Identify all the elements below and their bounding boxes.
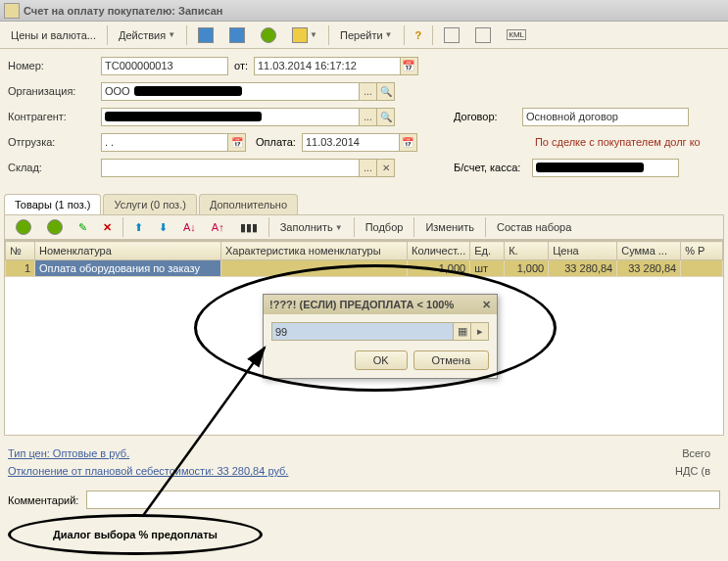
table-row[interactable]: 1 Оплата оборудования по заказу 1,000 шт… [6, 260, 723, 277]
cell-pct [681, 260, 723, 277]
move-down-button[interactable]: ⬇ [152, 218, 174, 237]
prepayment-value-field[interactable] [271, 322, 454, 341]
org-label: Организация: [8, 85, 101, 97]
contract-label: Договор: [454, 111, 522, 122]
move-up-button[interactable]: ⬆ [127, 218, 150, 237]
toolbar-icon-7[interactable]: КМL [500, 26, 533, 43]
date-calendar-button[interactable]: 📅 [401, 57, 418, 75]
copy-icon [229, 27, 245, 43]
actions-button[interactable]: Действия▼ [112, 26, 182, 44]
edit-row-button[interactable]: ✎ [72, 218, 94, 237]
tab-toolbar: ✎ ✕ ⬆ ⬇ A↓ A↑ ▮▮▮ Заполнить▼ Подбор Изме… [4, 214, 724, 240]
shipment-label: Отгрузка: [8, 136, 101, 148]
contractor-select-button[interactable]: ... [360, 108, 377, 126]
up-icon: ⬆ [134, 221, 143, 234]
spinner-icon: ▸ [477, 325, 483, 338]
deviation-link[interactable]: Отклонение от плановой себестоимости: 33… [8, 465, 288, 477]
form-area: Номер: от: 📅 Организация: ООО ... 🔍 Конт… [0, 49, 728, 188]
col-k[interactable]: К. [505, 242, 549, 260]
struct-icon [444, 27, 460, 43]
prices-currency-button[interactable]: Цены и валюта... [4, 26, 103, 44]
warehouse-label: Склад: [8, 162, 101, 173]
help-button[interactable]: ? [409, 26, 429, 44]
col-n[interactable]: № [6, 242, 35, 260]
toolbar-icon-4[interactable]: ▼ [285, 24, 324, 46]
go-button[interactable]: Перейти▼ [333, 26, 400, 44]
add-row-button[interactable] [9, 216, 38, 238]
delete-icon: ✕ [103, 221, 112, 234]
change-button[interactable]: Изменить [418, 218, 481, 236]
cell-char [221, 260, 408, 277]
org-select-button[interactable]: ... [360, 82, 377, 101]
contractor-open-button[interactable]: 🔍 [377, 108, 395, 126]
cancel-button[interactable]: Отмена [413, 351, 489, 370]
dialog-close-button[interactable]: ✕ [482, 295, 491, 314]
payment-field[interactable] [302, 133, 400, 152]
contractor-field[interactable] [101, 108, 360, 126]
warehouse-clear-button[interactable]: ✕ [377, 159, 395, 177]
add-icon [16, 219, 31, 235]
debt-note: По сделке с покупателем долг ко [535, 136, 701, 148]
col-qty[interactable]: Количест... [408, 242, 470, 260]
col-price[interactable]: Цена [549, 242, 617, 260]
calendar-icon: 📅 [402, 60, 415, 72]
cell-n: 1 [6, 260, 35, 277]
date-field[interactable] [254, 57, 401, 75]
select-button[interactable]: Подбор [359, 218, 411, 236]
sort-desc-button[interactable]: A↑ [205, 218, 231, 236]
col-unit[interactable]: Ед. [470, 242, 505, 260]
copy-row-button[interactable] [40, 216, 70, 238]
tab-goods[interactable]: Товары (1 поз.) [4, 194, 101, 214]
post-icon [261, 27, 276, 43]
cell-sum: 33 280,84 [617, 260, 681, 277]
grid-header-row: № Номенклатура Характеристика номенклату… [6, 242, 723, 260]
composition-button[interactable]: Состав набора [490, 218, 578, 236]
dialog-titlebar: !???! (ЕСЛИ) ПРЕДОПЛАТА < 100% ✕ [264, 295, 497, 314]
warehouse-select-button[interactable]: ... [360, 159, 377, 177]
payment-label: Оплата: [256, 136, 296, 148]
barcode-button[interactable]: ▮▮▮ [233, 218, 265, 237]
number-label: Номер: [8, 60, 101, 71]
col-pct[interactable]: % Р [681, 242, 723, 260]
fill-button[interactable]: Заполнить▼ [273, 218, 350, 236]
total-label: Всего [682, 447, 710, 459]
sort-asc-button[interactable]: A↓ [176, 218, 203, 236]
col-char[interactable]: Характеристика номенклатуры [221, 242, 408, 260]
xml-icon: КМL [507, 29, 526, 40]
org-open-button[interactable]: 🔍 [377, 82, 395, 101]
redacted-text [134, 86, 242, 96]
cell-unit: шт [470, 260, 505, 277]
down-icon: ⬇ [159, 221, 168, 234]
comment-field[interactable] [86, 491, 720, 509]
cell-qty: 1,000 [408, 260, 470, 277]
toolbar-icon-3[interactable] [254, 24, 283, 46]
warehouse-field[interactable] [101, 159, 360, 177]
calculator-icon: ▦ [458, 325, 467, 338]
tab-additional[interactable]: Дополнительно [199, 194, 298, 214]
refresh-icon [198, 27, 214, 43]
number-field[interactable] [101, 57, 228, 75]
payment-cal-button[interactable]: 📅 [400, 133, 417, 152]
price-type-link[interactable]: Тип цен: Оптовые в руб. [8, 447, 129, 459]
tab-services[interactable]: Услуги (0 поз.) [103, 194, 196, 214]
shipment-cal-button[interactable]: 📅 [228, 133, 246, 152]
contract-field[interactable] [522, 108, 689, 126]
toolbar-icon-2[interactable] [222, 24, 252, 46]
basedon-icon [292, 27, 308, 43]
edit-icon: ✎ [78, 221, 87, 234]
ok-button[interactable]: OK [355, 351, 408, 370]
shipment-field[interactable] [101, 133, 228, 152]
calc-button[interactable]: ▦ [454, 322, 471, 341]
cell-item: Оплата оборудования по заказу [35, 260, 221, 277]
account-field[interactable] [532, 159, 679, 177]
col-item[interactable]: Номенклатура [35, 242, 221, 260]
col-sum[interactable]: Сумма ... [617, 242, 681, 260]
toolbar-icon-1[interactable] [191, 24, 220, 46]
spin-button[interactable]: ▸ [471, 322, 489, 341]
org-field[interactable]: ООО [101, 82, 360, 101]
toolbar-icon-5[interactable] [437, 24, 466, 46]
delete-row-button[interactable]: ✕ [96, 218, 119, 237]
copy-icon [47, 219, 63, 235]
comment-row: Комментарий: [0, 489, 728, 511]
toolbar-icon-6[interactable] [468, 24, 498, 46]
